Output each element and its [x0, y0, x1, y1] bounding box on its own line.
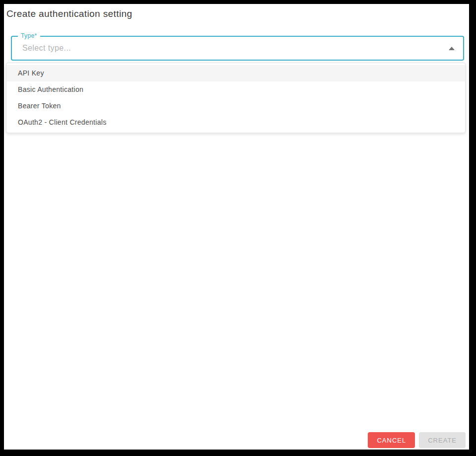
dropdown-option-oauth2-client-credentials[interactable]: OAuth2 - Client Credentials [6, 114, 465, 131]
caret-up-icon[interactable] [449, 47, 455, 50]
dialog-footer: CANCEL CREATE [368, 432, 466, 448]
dropdown-option-bearer-token[interactable]: Bearer Token [6, 98, 465, 114]
create-button[interactable]: CREATE [419, 432, 466, 448]
dialog-body: Create authentication setting Type* Sele… [4, 4, 469, 450]
dropdown-option-api-key[interactable]: API Key [6, 65, 465, 81]
dropdown-option-basic-authentication[interactable]: Basic Authentication [6, 81, 465, 98]
type-dropdown-menu: API Key Basic Authentication Bearer Toke… [6, 63, 466, 133]
type-select[interactable]: Type* Select type... [11, 36, 464, 61]
type-select-placeholder: Select type... [22, 44, 71, 53]
type-select-label: Type* [18, 32, 40, 39]
dialog-window: Create authentication setting Type* Sele… [0, 0, 476, 456]
dialog-title: Create authentication setting [6, 8, 132, 19]
cancel-button[interactable]: CANCEL [368, 432, 415, 448]
